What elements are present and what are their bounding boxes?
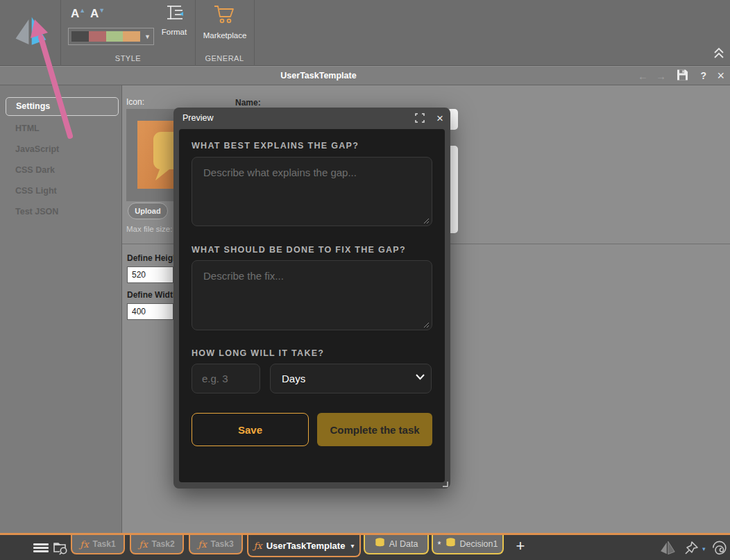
preview-modal-header[interactable]: Preview × [173, 108, 450, 129]
database-icon [375, 538, 385, 550]
pin-icon [684, 541, 699, 557]
complete-task-button[interactable]: Complete the task [317, 413, 432, 446]
save-task-button[interactable]: Save [192, 413, 309, 446]
font-decrease-label: A [90, 7, 99, 20]
back-button[interactable]: ← [638, 71, 648, 81]
maximize-icon [415, 113, 425, 123]
ribbon-group-general: Marketplace GENERAL [195, 0, 254, 66]
marketplace-cart-icon [212, 16, 237, 28]
define-height-input[interactable] [127, 266, 173, 283]
ribbon: A▲ A▼ ▼ [0, 0, 730, 66]
color-palette-picker[interactable]: ▼ [68, 28, 154, 45]
duration-label: HOW LONG WILL IT TAKE? [192, 348, 324, 358]
app-logo-icon [12, 15, 49, 51]
browse-search-button[interactable] [53, 540, 69, 559]
sidebar-item-html[interactable]: HTML [0, 118, 121, 139]
pin-button[interactable] [684, 541, 699, 559]
modal-resize-grip[interactable] [441, 480, 448, 487]
palette-dropdown-icon[interactable]: ▼ [144, 33, 151, 40]
floppy-save-icon [677, 69, 688, 81]
text-format-icon [164, 12, 184, 24]
tab-usertasktemplate-active[interactable]: ƒx UserTaskTemplate ▾ [247, 535, 361, 557]
maximize-button[interactable] [415, 113, 425, 126]
fx-icon: ƒx [198, 540, 206, 549]
collapse-ribbon-button[interactable] [712, 47, 726, 60]
tab-label: AI Data [389, 539, 418, 549]
tab-decision1[interactable]: * Decision1 [432, 535, 504, 554]
ribbon-group-style: A▲ A▼ ▼ [61, 0, 195, 66]
fx-icon: ƒx [254, 541, 262, 550]
sidebar-item-css-light[interactable]: CSS Light [0, 180, 121, 201]
database-icon [445, 538, 456, 550]
sidebar-item-settings[interactable]: Settings [6, 97, 119, 116]
font-decrease-button[interactable]: A▼ [90, 7, 105, 21]
marketplace-label: Marketplace [199, 31, 251, 40]
tab-label: Task3 [211, 539, 234, 549]
page-title: UserTaskTemplate [280, 71, 356, 80]
tab-ai-data[interactable]: AI Data [364, 535, 429, 554]
fx-icon: ƒx [80, 540, 88, 549]
tab-dropdown-icon[interactable]: ▾ [350, 542, 354, 550]
palette-swatch-2 [89, 31, 106, 42]
titlebar: UserTaskTemplate ← → ? × [0, 67, 730, 85]
marketplace-button[interactable]: Marketplace [199, 3, 251, 40]
gap-explain-textarea[interactable] [192, 157, 432, 226]
bottom-tab-bar: ƒx Task1 ƒx Task2 ƒx Task3 ƒx UserTaskTe… [0, 533, 730, 560]
preview-close-button[interactable]: × [436, 113, 443, 124]
preview-modal: Preview × WHAT BEST EXPLAINS THE GAP? WH… [173, 108, 450, 489]
double-chevron-up-icon [712, 47, 726, 60]
fx-icon: ƒx [139, 540, 147, 549]
sidebar-item-javascript[interactable]: JavaScript [0, 139, 121, 160]
add-tab-button[interactable]: + [512, 537, 529, 557]
tab-label: Task2 [152, 539, 175, 549]
palette-swatch-1 [71, 31, 89, 42]
tab-label: Decision1 [460, 539, 498, 549]
format-button[interactable]: Format [155, 4, 194, 36]
font-increase-label: A [71, 7, 79, 20]
style-group-label: STYLE [61, 54, 195, 62]
duration-amount-input[interactable] [192, 364, 260, 393]
close-button[interactable]: × [717, 69, 724, 82]
gap-fix-label: WHAT SHOULD BE DONE TO FIX THE GAP? [192, 245, 406, 255]
gap-explain-label: WHAT BEST EXPLAINS THE GAP? [192, 141, 359, 151]
menu-hamburger-button[interactable] [33, 543, 49, 552]
sidebar: Settings HTML JavaScript CSS Dark CSS Li… [0, 85, 122, 533]
pin-dropdown-icon[interactable]: ▾ [702, 545, 706, 552]
define-width-input[interactable] [127, 303, 173, 320]
app-logo-button[interactable] [0, 0, 61, 66]
name-field-label: Name: [235, 98, 261, 108]
save-button[interactable] [677, 69, 688, 83]
palette-swatch-4 [123, 31, 140, 42]
preview-modal-title: Preview [182, 113, 213, 123]
tab-label: Task1 [93, 539, 116, 549]
upload-button[interactable]: Upload [128, 203, 168, 219]
preview-modal-content: WHAT BEST EXPLAINS THE GAP? WHAT SHOULD … [179, 129, 445, 482]
app-window: A▲ A▼ ▼ [0, 0, 730, 560]
icon-field-label: Icon: [126, 97, 144, 107]
help-button[interactable]: ? [700, 71, 706, 80]
tab-task3[interactable]: ƒx Task3 [189, 535, 243, 554]
tab-task2[interactable]: ƒx Task2 [130, 535, 184, 554]
triangle-up-icon: ▲ [79, 7, 85, 14]
triangle-down-icon: ▼ [99, 7, 105, 14]
logo-gray-icon[interactable] [659, 541, 676, 559]
font-increase-button[interactable]: A▲ [71, 7, 85, 21]
duration-unit-select[interactable]: Days [270, 364, 432, 393]
spiral-icon [713, 541, 729, 557]
tab-label: UserTaskTemplate [266, 541, 346, 551]
unsaved-indicator: * [438, 540, 441, 549]
spiral-button[interactable] [713, 541, 729, 559]
palette-swatch-3 [106, 31, 124, 42]
sidebar-item-test-json[interactable]: Test JSON [0, 201, 121, 222]
sidebar-item-css-dark[interactable]: CSS Dark [0, 160, 121, 180]
format-label: Format [155, 28, 194, 36]
ribbon-separator [254, 0, 255, 66]
tab-task1[interactable]: ƒx Task1 [71, 535, 125, 554]
gap-fix-textarea[interactable] [192, 260, 432, 330]
forward-button[interactable]: → [656, 71, 666, 81]
define-width-label: Define Width: [127, 290, 180, 300]
max-file-size-label: Max file size: [126, 225, 172, 233]
browse-search-icon [53, 540, 69, 556]
general-group-label: GENERAL [195, 54, 254, 62]
